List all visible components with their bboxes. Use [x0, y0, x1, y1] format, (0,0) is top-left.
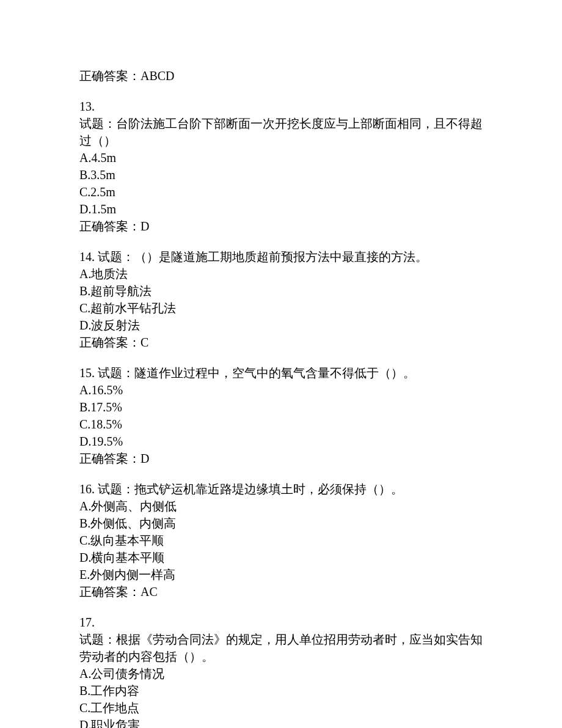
question-prompt: 试题：台阶法施工台阶下部断面一次开挖长度应与上部断面相同，且不得超过（） — [79, 115, 483, 149]
option-b: B.工作内容 — [79, 682, 483, 699]
question-header: 15. 试题：隧道作业过程中，空气中的氧气含量不得低于（）。 — [79, 364, 483, 381]
previous-answer-block: 正确答案：ABCD — [79, 67, 483, 84]
option-d: D.横向基本平顺 — [79, 549, 483, 566]
answer-text: 正确答案：D — [79, 450, 483, 467]
answer-text: 正确答案：C — [79, 334, 483, 351]
option-a: A.4.5m — [79, 149, 483, 166]
question-15: 15. 试题：隧道作业过程中，空气中的氧气含量不得低于（）。 A.16.5% B… — [79, 364, 483, 467]
option-c: C.超前水平钻孔法 — [79, 300, 483, 317]
option-c: C.18.5% — [79, 416, 483, 433]
option-d: D.1.5m — [79, 200, 483, 218]
option-b: B.外侧低、内侧高 — [79, 515, 483, 532]
question-prompt: 试题：隧道作业过程中，空气中的氧气含量不得低于（）。 — [98, 366, 415, 380]
option-b: B.超前导航法 — [79, 282, 483, 300]
document-page: 正确答案：ABCD 13. 试题：台阶法施工台阶下部断面一次开挖长度应与上部断面… — [0, 0, 562, 728]
option-c: C.工作地点 — [79, 699, 483, 716]
option-c: C.纵向基本平顺 — [79, 532, 483, 549]
option-b: B.3.5m — [79, 166, 483, 183]
question-header: 14. 试题：（）是隧道施工期地质超前预报方法中最直接的方法。 — [79, 248, 483, 265]
option-e: E.外侧内侧一样高 — [79, 566, 483, 583]
question-16: 16. 试题：拖式铲运机靠近路堤边缘填土时，必须保持（）。 A.外侧高、内侧低 … — [79, 480, 483, 600]
question-number: 17. — [79, 614, 483, 631]
question-number: 13. — [79, 98, 483, 115]
option-a: A.外侧高、内侧低 — [79, 498, 483, 515]
answer-text: 正确答案：D — [79, 218, 483, 235]
option-a: A.公司债务情况 — [79, 665, 483, 682]
question-14: 14. 试题：（）是隧道施工期地质超前预报方法中最直接的方法。 A.地质法 B.… — [79, 248, 483, 351]
option-d: D.职业危害 — [79, 716, 483, 728]
question-13: 13. 试题：台阶法施工台阶下部断面一次开挖长度应与上部断面相同，且不得超过（）… — [79, 98, 483, 235]
question-number: 16. — [79, 482, 98, 496]
option-d: D.19.5% — [79, 433, 483, 450]
question-number: 14. — [79, 250, 98, 263]
option-d: D.波反射法 — [79, 317, 483, 334]
question-17: 17. 试题：根据《劳动合同法》的规定，用人单位招用劳动者时，应当如实告知劳动者… — [79, 614, 483, 728]
question-prompt: 试题：根据《劳动合同法》的规定，用人单位招用劳动者时，应当如实告知劳动者的内容包… — [79, 631, 483, 665]
question-number: 15. — [79, 366, 98, 380]
answer-text: 正确答案：ABCD — [79, 67, 483, 84]
option-a: A.地质法 — [79, 265, 483, 282]
option-c: C.2.5m — [79, 183, 483, 200]
option-b: B.17.5% — [79, 399, 483, 416]
answer-text: 正确答案：AC — [79, 583, 483, 600]
question-header: 16. 试题：拖式铲运机靠近路堤边缘填土时，必须保持（）。 — [79, 480, 483, 498]
question-prompt: 试题：拖式铲运机靠近路堤边缘填土时，必须保持（）。 — [98, 482, 403, 496]
question-prompt: 试题：（）是隧道施工期地质超前预报方法中最直接的方法。 — [98, 250, 428, 263]
option-a: A.16.5% — [79, 381, 483, 399]
